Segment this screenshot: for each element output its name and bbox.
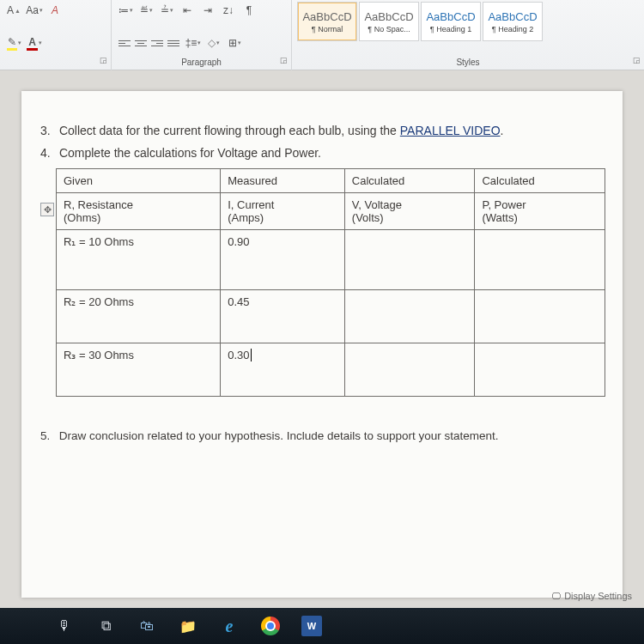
align-center-button[interactable] bbox=[133, 36, 149, 50]
style-name: ¶ Heading 2 bbox=[492, 25, 533, 33]
col-given: Given bbox=[57, 169, 221, 193]
clear-formatting-button[interactable]: A bbox=[46, 2, 64, 19]
taskbar-store-icon[interactable]: 🛍 bbox=[134, 613, 160, 639]
col-calc-v: Calculated bbox=[344, 169, 475, 193]
q3-number: 3. bbox=[40, 124, 56, 137]
q3-text: Collect data for the current flowing thr… bbox=[59, 124, 400, 137]
cell-power[interactable] bbox=[475, 343, 605, 397]
font-group-label: ◲ bbox=[0, 53, 112, 70]
numbering-button[interactable]: ≝▾ bbox=[137, 2, 155, 19]
cell-measured[interactable]: 0.30 bbox=[221, 343, 345, 397]
table-move-handle-icon[interactable]: ✥ bbox=[40, 203, 54, 216]
cell-power[interactable] bbox=[475, 290, 605, 343]
style-sample: AaBbCcD bbox=[302, 10, 351, 23]
styles-group: AaBbCcD ¶ Normal AaBbCcD ¶ No Spac... Aa… bbox=[292, 0, 644, 53]
align-right-button[interactable] bbox=[149, 36, 165, 50]
font-size-grow-icon[interactable]: A▲ bbox=[5, 2, 22, 19]
data-table[interactable]: Given Measured Calculated Calculated R, … bbox=[56, 168, 605, 397]
style-sample: AaBbCcD bbox=[426, 10, 475, 23]
display-settings-button[interactable]: 🖵 Display Settings bbox=[551, 591, 632, 601]
borders-button[interactable]: ⊞▾ bbox=[226, 34, 243, 52]
styles-group-label: Styles ◲ bbox=[292, 53, 644, 70]
taskbar: 🎙 ⧉ 🛍 📁 e W bbox=[0, 608, 644, 644]
taskbar-taskview-icon[interactable]: ⧉ bbox=[93, 613, 118, 639]
style-sample: AaBbCcD bbox=[364, 10, 413, 23]
change-case-button[interactable]: Aa▾ bbox=[26, 2, 43, 19]
table-header-row: Given Measured Calculated Calculated bbox=[57, 169, 605, 193]
style-normal[interactable]: AaBbCcD ¶ Normal bbox=[297, 2, 357, 41]
align-left-button[interactable] bbox=[117, 36, 132, 50]
paragraph-dialog-launcher-icon[interactable]: ◲ bbox=[280, 56, 288, 64]
table-unit-row: R, Resistance(Ohms) I, Current(Amps) V, … bbox=[57, 193, 605, 230]
bullets-button[interactable]: ≔▾ bbox=[117, 2, 134, 19]
align-justify-button[interactable] bbox=[166, 36, 181, 50]
text-cursor bbox=[250, 349, 252, 361]
table-row[interactable]: R₂ = 20 Ohms 0.45 bbox=[57, 290, 605, 343]
cell-power[interactable] bbox=[475, 230, 605, 290]
taskbar-explorer-icon[interactable]: 📁 bbox=[175, 613, 201, 639]
style-name: ¶ Heading 1 bbox=[430, 25, 471, 33]
cell-voltage[interactable] bbox=[344, 230, 475, 290]
taskbar-word-icon[interactable]: W bbox=[299, 613, 325, 639]
show-pilcrow-button[interactable]: ¶ bbox=[240, 2, 258, 19]
style-heading-2[interactable]: AaBbCcD ¶ Heading 2 bbox=[483, 2, 543, 41]
cell-given[interactable]: R₂ = 20 Ohms bbox=[57, 290, 221, 343]
taskbar-mic-icon[interactable]: 🎙 bbox=[52, 613, 77, 639]
shading-button[interactable]: ◇▾ bbox=[205, 34, 222, 52]
increase-indent-button[interactable]: ⇥ bbox=[199, 2, 216, 19]
question-3: 3. Collect data for the current flowing … bbox=[40, 124, 598, 137]
display-settings-icon: 🖵 bbox=[551, 591, 561, 601]
cell-measured[interactable]: 0.45 bbox=[221, 290, 345, 343]
paragraph-group-label: Paragraph ◲ bbox=[112, 53, 292, 70]
cell-voltage[interactable] bbox=[344, 343, 475, 397]
q5-text: Draw conclusion related to your hypothes… bbox=[59, 429, 499, 442]
alignment-buttons bbox=[117, 36, 181, 50]
cell-given[interactable]: R₁ = 10 Ohms bbox=[57, 230, 221, 290]
q4-number: 4. bbox=[40, 146, 56, 160]
col-measured: Measured bbox=[221, 169, 345, 193]
cell-given[interactable]: R₃ = 30 Ohms bbox=[57, 343, 221, 397]
document-area[interactable]: 3. Collect data for the current flowing … bbox=[0, 70, 644, 608]
style-no-spacing[interactable]: AaBbCcD ¶ No Spac... bbox=[359, 2, 419, 41]
q4-text: Complete the calculations for Voltage an… bbox=[59, 146, 321, 160]
paragraph-group: ≔▾ ≝▾ ≟▾ ⇤ ⇥ z↓ ¶ ‡≡▾ ◇▾ ⊞▾ bbox=[112, 0, 292, 53]
question-4: 4. Complete the calculations for Voltage… bbox=[40, 146, 598, 160]
style-name: ¶ Normal bbox=[312, 25, 343, 33]
sort-button[interactable]: z↓ bbox=[220, 2, 237, 19]
font-color-button[interactable]: A▾ bbox=[26, 34, 43, 52]
style-heading-1[interactable]: AaBbCcD ¶ Heading 1 bbox=[421, 2, 481, 41]
font-dialog-launcher-icon[interactable]: ◲ bbox=[100, 56, 107, 64]
line-spacing-button[interactable]: ‡≡▾ bbox=[185, 34, 202, 52]
decrease-indent-button[interactable]: ⇤ bbox=[179, 2, 196, 19]
taskbar-chrome-icon[interactable] bbox=[258, 613, 283, 639]
cell-voltage[interactable] bbox=[344, 290, 475, 343]
multilevel-list-button[interactable]: ≟▾ bbox=[158, 2, 175, 19]
cell-measured[interactable]: 0.90 bbox=[221, 230, 345, 290]
table-row[interactable]: R₃ = 30 Ohms 0.30 bbox=[57, 343, 605, 397]
document-page[interactable]: 3. Collect data for the current flowing … bbox=[21, 91, 623, 598]
ribbon: A▲ Aa▾ A ✎▾ A▾ ≔▾ ≝▾ ≟▾ ⇤ ⇥ z↓ ¶ ‡≡▾ bbox=[0, 0, 644, 70]
style-sample: AaBbCcD bbox=[488, 10, 537, 23]
style-name: ¶ No Spac... bbox=[368, 25, 410, 33]
ribbon-group-labels: ◲ Paragraph ◲ Styles ◲ bbox=[0, 53, 644, 70]
q5-number: 5. bbox=[40, 429, 56, 442]
highlight-button[interactable]: ✎▾ bbox=[5, 34, 22, 52]
col-calc-p: Calculated bbox=[475, 169, 605, 193]
styles-dialog-launcher-icon[interactable]: ◲ bbox=[633, 56, 641, 64]
table-row[interactable]: R₁ = 10 Ohms 0.90 bbox=[57, 230, 605, 290]
taskbar-edge-icon[interactable]: e bbox=[216, 613, 242, 639]
parallel-video-link[interactable]: PARALLEL VIDEO bbox=[400, 124, 501, 137]
question-5: 5. Draw conclusion related to your hypot… bbox=[40, 429, 598, 442]
font-group: A▲ Aa▾ A ✎▾ A▾ bbox=[0, 0, 112, 53]
